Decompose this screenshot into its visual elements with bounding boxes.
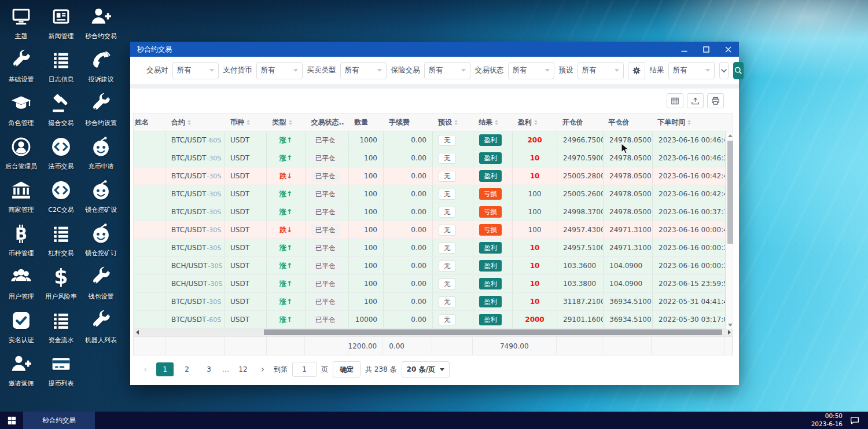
desktop-shortcut[interactable]: 锁仓挖矿订 <box>81 218 121 262</box>
sort-carets-icon[interactable] <box>187 120 191 125</box>
desktop-shortcut[interactable]: 锁仓挖矿设 <box>81 175 121 218</box>
desktop-shortcut[interactable]: 秒合约设置 <box>81 88 121 131</box>
column-header-contract[interactable]: 合约 <box>165 113 225 131</box>
scroll-left-arrow-icon[interactable] <box>134 329 141 336</box>
table-row[interactable]: BTC/USDT-60SUSDT涨↑已平仓10000.00无盈利20024966… <box>134 131 726 149</box>
expand-filters-button[interactable] <box>719 62 729 79</box>
preset-box[interactable]: 无 <box>439 171 456 182</box>
page-button-12[interactable]: 12 <box>234 362 252 376</box>
desktop-shortcut[interactable]: 机器人列表 <box>81 305 121 349</box>
column-header-currency[interactable]: 币种 <box>225 113 267 131</box>
preset-box[interactable]: 无 <box>439 243 456 254</box>
desktop-shortcut[interactable]: 实名认证 <box>1 305 41 349</box>
preset-settings-button[interactable] <box>628 62 645 79</box>
window-titlebar[interactable]: 秒合约交易 <box>130 42 739 57</box>
filter-select-预设[interactable]: 所有 <box>578 62 624 79</box>
prev-page-button[interactable]: ‹ <box>139 362 152 376</box>
sort-carets-icon[interactable] <box>495 120 498 125</box>
table-row[interactable]: BTC/USDT-30SUSDT跌↓已平仓1000.00无盈利1025005.2… <box>134 167 726 185</box>
desktop-shortcut[interactable]: 角色管理 <box>1 88 41 131</box>
search-button[interactable] <box>733 62 744 79</box>
desktop-shortcut[interactable]: 主题 <box>1 1 41 45</box>
preset-box[interactable]: 无 <box>439 278 456 289</box>
table-row[interactable]: BCH/USDT-30SUSDT涨↑已平仓1000.00无盈利10103.380… <box>134 275 726 293</box>
preset-box[interactable]: 无 <box>439 153 456 164</box>
column-header-result[interactable]: 结果 <box>473 113 512 131</box>
desktop-shortcut[interactable]: 撮合交易 <box>41 88 81 131</box>
next-page-button[interactable]: › <box>256 362 269 376</box>
horizontal-scroll-thumb[interactable] <box>264 329 722 335</box>
desktop-shortcut[interactable]: 提币列表 <box>41 349 81 392</box>
close-button[interactable] <box>717 42 739 57</box>
horizontal-scrollbar[interactable] <box>134 329 733 336</box>
preset-box[interactable]: 无 <box>439 261 456 272</box>
column-header-profit[interactable]: 盈利 <box>512 113 557 131</box>
table-row[interactable]: BTC/USDT-30SUSDT跌↓已平仓1000.00无亏损10024957.… <box>134 221 726 239</box>
desktop-shortcut[interactable]: $用户风险率 <box>41 262 81 305</box>
sort-carets-icon[interactable] <box>289 120 292 125</box>
desktop-shortcut[interactable]: 基础设置 <box>1 45 41 88</box>
table-row[interactable]: BTC/USDT-30SUSDT涨↑已平仓1000.00无盈利1031187.2… <box>134 293 726 311</box>
columns-button[interactable] <box>667 93 683 108</box>
scroll-right-arrow-icon[interactable] <box>726 329 733 336</box>
column-header-preset[interactable]: 预设 <box>432 113 473 131</box>
vertical-scrollbar[interactable] <box>726 131 733 329</box>
taskbar-active-task[interactable]: 秒合约交易 <box>23 412 95 429</box>
desktop-shortcut[interactable]: 杠杆交易 <box>41 218 81 262</box>
desktop-shortcut[interactable]: 充币申请 <box>81 131 121 175</box>
preset-box[interactable]: 无 <box>439 189 456 200</box>
table-row[interactable]: BTC/USDT-30SUSDT涨↑已平仓1000.00无亏损10024998.… <box>134 203 726 221</box>
per-page-select[interactable]: 20 条/页 <box>402 361 450 377</box>
start-button[interactable] <box>0 412 23 429</box>
table-row[interactable]: BTC/USDT-30SUSDT涨↑已平仓1000.00无盈利1024970.5… <box>134 149 726 167</box>
vertical-scroll-thumb[interactable] <box>727 141 733 244</box>
sort-carets-icon[interactable] <box>534 120 538 125</box>
desktop-shortcut[interactable]: 用户管理 <box>1 262 41 305</box>
filter-select-结果[interactable]: 所有 <box>668 62 715 79</box>
page-button-3[interactable]: 3 <box>200 362 218 376</box>
scroll-up-arrow-icon[interactable] <box>726 131 734 140</box>
chat-bubble-icon[interactable] <box>849 415 860 426</box>
filter-select-保险交易[interactable]: 所有 <box>424 62 470 79</box>
maximize-button[interactable] <box>695 42 717 57</box>
preset-box[interactable]: 无 <box>439 135 456 146</box>
desktop-shortcut[interactable]: 新闻管理 <box>41 1 81 45</box>
desktop-shortcut[interactable]: 邀请返佣 <box>1 349 41 392</box>
desktop-shortcut[interactable]: C2C交易 <box>41 175 81 218</box>
sort-carets-icon[interactable] <box>687 120 691 125</box>
table-row[interactable]: BCH/USDT-30SUSDT涨↑已平仓1000.00无盈利10103.360… <box>134 257 726 275</box>
desktop-shortcut[interactable]: 秒合约交易 <box>81 1 121 45</box>
desktop-shortcut[interactable]: 法币交易 <box>41 131 81 175</box>
preset-box[interactable]: 无 <box>439 296 456 307</box>
filter-select-买卖类型[interactable]: 所有 <box>340 62 387 79</box>
sort-carets-icon[interactable] <box>454 120 458 125</box>
desktop-shortcut[interactable]: 投诉建议 <box>81 45 121 88</box>
column-header-time[interactable]: 下单时间 <box>652 113 724 131</box>
table-row[interactable]: BTC/USDT-60SUSDT涨↑已平仓100000.00无盈利2000291… <box>134 311 726 329</box>
desktop-shortcut[interactable]: 后台管理员 <box>1 131 41 175</box>
preset-box[interactable]: 无 <box>439 225 456 236</box>
table-row[interactable]: BTC/USDT-30SUSDT涨↑已平仓1000.00无亏损10025005.… <box>134 185 726 203</box>
table-row[interactable]: BTC/USDT-30SUSDT涨↑已平仓1000.00无盈利1024957.5… <box>134 239 726 257</box>
column-header-type[interactable]: 类型 <box>267 113 306 131</box>
page-button-1[interactable]: 1 <box>156 362 174 376</box>
desktop-shortcut[interactable]: 日志信息 <box>41 45 81 88</box>
page-button-2[interactable]: 2 <box>178 362 196 376</box>
filter-select-交易状态[interactable]: 所有 <box>508 62 554 79</box>
filter-select-交易对[interactable]: 所有 <box>172 62 219 79</box>
filter-select-支付货币[interactable]: 所有 <box>256 62 303 79</box>
preset-box[interactable]: 无 <box>439 207 456 218</box>
export-button[interactable] <box>687 93 704 108</box>
desktop-shortcut[interactable]: 钱包设置 <box>81 262 121 305</box>
scroll-down-arrow-icon[interactable] <box>726 321 734 329</box>
minimize-button[interactable] <box>673 42 695 57</box>
desktop-shortcut[interactable]: 资金流水 <box>41 305 81 349</box>
sort-carets-icon[interactable] <box>247 120 250 125</box>
preset-box[interactable]: 无 <box>439 314 456 325</box>
goto-page-input[interactable]: 1 <box>292 362 317 377</box>
print-button[interactable] <box>707 93 724 108</box>
goto-confirm-button[interactable]: 确定 <box>333 361 361 377</box>
taskbar-clock[interactable]: 00:50 2023-6-16 <box>811 412 843 428</box>
desktop-shortcut[interactable]: 商家管理 <box>1 175 41 218</box>
desktop-shortcut[interactable]: B币种管理 <box>1 218 41 262</box>
